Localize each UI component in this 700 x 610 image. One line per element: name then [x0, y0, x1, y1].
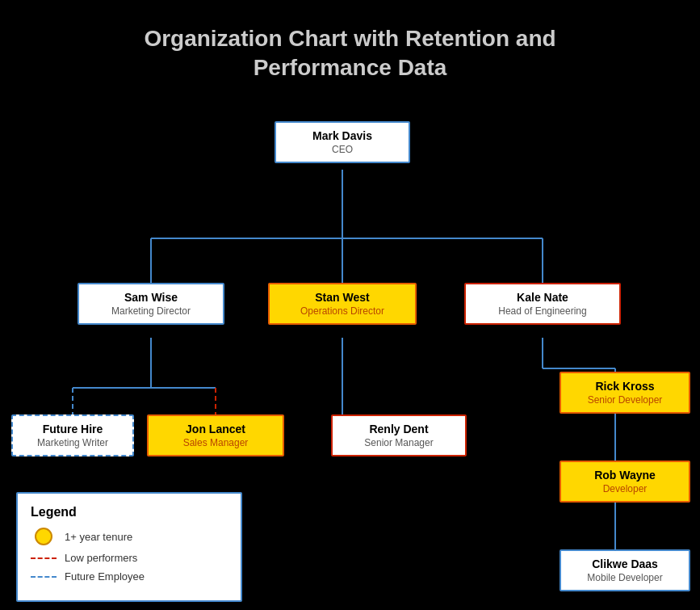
node-renly-dent[interactable]: Renly Dent Senior Manager [331, 414, 467, 456]
legend-low-performers: Low performers [31, 552, 228, 564]
low-performer-icon [31, 557, 57, 559]
chart-area: Mark Davis CEO Sam Wise Marketing Direct… [0, 113, 700, 610]
tenure-icon [31, 528, 57, 545]
node-sam-wise[interactable]: Sam Wise Marketing Director [78, 283, 224, 325]
node-rob-wayne[interactable]: Rob Wayne Developer [560, 461, 690, 503]
node-stan-west[interactable]: Stan West Operations Director [268, 283, 417, 325]
node-future-hire[interactable]: Future Hire Marketing Writer [11, 414, 134, 456]
legend: Legend 1+ year tenure Low performers Fut… [16, 492, 242, 602]
node-mark-davis[interactable]: Mark Davis CEO [275, 121, 410, 163]
node-rick-kross[interactable]: Rick Kross Senior Developer [560, 372, 690, 414]
future-employee-icon [31, 576, 57, 578]
legend-tenure: 1+ year tenure [31, 528, 228, 545]
node-kale-nate[interactable]: Kale Nate Head of Engineering [464, 283, 621, 325]
node-jon-lancet[interactable]: Jon Lancet Sales Manager [147, 414, 284, 456]
node-clikwe-daas[interactable]: Clikwe Daas Mobile Developer [560, 549, 690, 591]
chart-title: Organization Chart with Retention and Pe… [0, 0, 700, 83]
legend-future-employee: Future Employee [31, 570, 228, 583]
